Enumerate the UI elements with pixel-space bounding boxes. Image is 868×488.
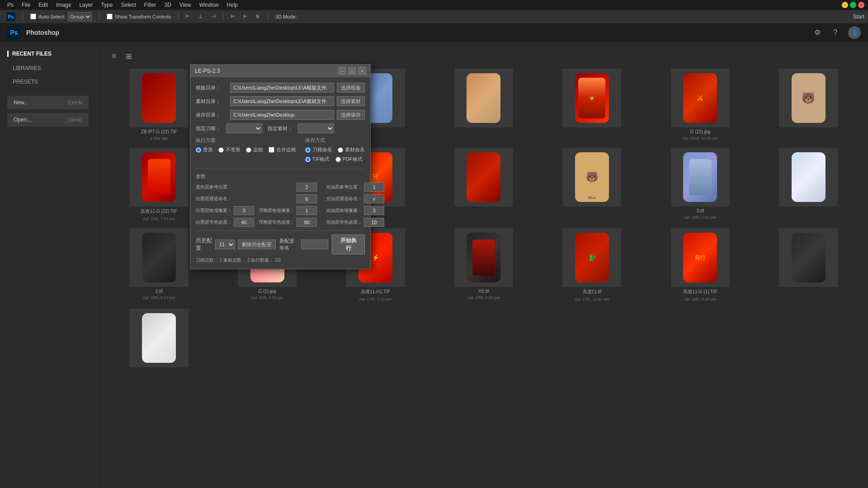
menu-image[interactable]: Image [52,1,75,9]
float-color-input[interactable] [297,218,317,227]
menu-ps[interactable]: Ps [4,1,17,9]
toolbar-align3[interactable]: ⊣ [208,13,218,20]
menu-type[interactable]: Type [97,1,116,9]
grid-view-button[interactable]: ⊞ [123,51,134,61]
toolbar-align1[interactable]: ⊢ [183,13,193,20]
clear-history-button[interactable]: 删除历史配置 [238,239,276,249]
material-dir-row: 素材目录： 选择素材 [196,96,365,106]
list-item[interactable] [758,228,859,301]
dialog-close-button[interactable]: × [359,67,366,75]
sidebar: RECENT FILES LIBRARIES PRESETS New... Ct… [0,42,99,488]
sidebar-libraries[interactable]: LIBRARIES [7,62,92,74]
list-item[interactable]: H1.tif Apr 17th, 2:20 pm [433,228,534,301]
no-morph-radio[interactable]: 不变形 [218,146,241,153]
material-name-radio[interactable]: 素材命名 [338,146,365,153]
ps-header: Ps Photoshop ⚙ ? 👤 [0,23,868,42]
white-shrink-input[interactable] [234,206,254,215]
toolbar-align2[interactable]: ⊥ [196,13,206,20]
list-item[interactable]: 前行 高透11-G (1).TIF Apr 16th, 8:45 pm [650,228,750,301]
dialog: LE-PS-2.3 − □ × 模板目录： 选择模板 素材目录： [190,64,371,269]
blade-count-label: 刀模总数： [196,258,218,263]
float-shrink-input[interactable] [297,206,317,215]
bottom-divider [196,230,365,231]
menu-window[interactable]: Window [196,1,222,9]
list-item[interactable]: 🐻 [758,69,859,141]
show-transform-checkbox[interactable] [107,14,113,19]
list-view-button[interactable]: ≡ [108,51,119,61]
group-select[interactable]: Group [68,12,92,21]
select-material-button[interactable]: 选择素材 [337,96,365,106]
toolbar-dist2[interactable]: ⊩ [241,13,250,20]
save-dir-input[interactable] [230,110,334,120]
dialog-minimize-button[interactable]: − [339,67,346,75]
image-thumbnail [779,228,838,287]
list-item[interactable]: 🐉 高透11.tif Apr 17th, 11:43 am [542,228,642,301]
template-dir-input[interactable] [230,83,334,93]
merge-edge-checkbox[interactable]: 合并边框 [269,146,296,153]
save-method-label: 保存方式 [305,137,365,144]
menu-3d[interactable]: 3D [160,1,175,9]
new-config-input[interactable] [301,239,328,249]
morph-radio[interactable]: 变形 [196,146,213,153]
oil-channel-input[interactable] [364,194,384,203]
toolbar-separator-5 [268,13,268,21]
menu-edit[interactable]: Edit [35,1,52,9]
white-color-input[interactable] [234,218,254,227]
menu-select[interactable]: Select [117,1,139,9]
menu-layer[interactable]: Layer [75,1,96,9]
oil-shrink-input[interactable] [364,206,384,215]
content-area: ≡ ⊞ ZB IP7-G (22).TIF a day ago ZB IP7G-… [99,42,868,488]
image-thumbnail [671,148,730,206]
dialog-maximize-button[interactable]: □ [349,67,356,75]
toolbar-dist3[interactable]: ⊪ [253,13,263,20]
image-name: 高透11.tif [583,289,602,295]
list-item[interactable]: 🦁 [542,69,642,141]
list-item[interactable]: ⚔ G (22).jpg Apr 22nd, 10:35 am [650,69,750,141]
list-item[interactable] [433,69,534,141]
open-button[interactable]: Open... Ctrl+O [7,113,89,127]
oil-ref-input[interactable] [364,183,384,192]
list-item[interactable]: 3.tif Apr 20th, 6:41 pm [650,148,750,221]
phone-case-image: ⚔ [683,73,717,123]
sidebar-presets[interactable]: PRESETS [7,76,92,88]
user-avatar[interactable]: 👤 [848,26,861,39]
start-label: Start [853,14,864,20]
menu-file[interactable]: File [18,1,34,9]
list-item[interactable]: 🐻Bear [542,148,642,221]
menu-filter[interactable]: Filter [141,1,160,9]
pdf-format-radio[interactable]: PDF格式 [335,156,363,163]
menu-help[interactable]: Help [223,1,241,9]
execute-button[interactable]: 开始执行 [332,235,365,254]
maximize-button[interactable]: □ [850,2,856,8]
list-item[interactable] [433,148,534,221]
blade-name-radio[interactable]: 刀模命名 [305,146,332,153]
tif-format-radio[interactable]: TIF格式 [305,156,330,163]
settings-icon[interactable]: ⚙ [812,27,823,38]
specify-material-select[interactable] [298,123,334,133]
base-color-ref-label: 底色层参考位置： [196,184,295,190]
material-count-label: 素材总数： [223,258,246,263]
specify-template-select[interactable] [226,123,262,133]
list-item[interactable] [108,309,209,371]
image-date: Apr 20th, 5:53 pm [251,296,283,300]
close-button[interactable]: × [858,2,864,8]
oil-color-input[interactable] [364,218,384,227]
material-dir-input[interactable] [230,96,334,106]
history-select[interactable]: 11 [215,239,236,249]
toolbar-dist1[interactable]: ⊨ [228,13,238,20]
select-save-button[interactable]: 选择保存 [337,110,365,120]
dialog-titlebar[interactable]: LE-PS-2.3 − □ × [190,65,370,77]
list-item[interactable] [758,148,859,221]
minimize-button[interactable]: − [842,2,848,8]
ps-logo: Ps [7,26,21,39]
menu-view[interactable]: View [176,1,195,9]
toolbar-ps-icon: Ps [4,11,18,22]
auto-select-checkbox[interactable] [30,14,36,19]
edge-radio[interactable]: 边框 [246,146,263,153]
white-channel-input[interactable] [297,194,317,203]
help-icon[interactable]: ? [830,27,841,38]
image-thumbnail: ⚔ [671,69,730,127]
base-color-ref-input[interactable] [297,183,317,192]
new-button[interactable]: New... Ctrl+N [7,96,89,109]
select-template-button[interactable]: 选择模板 [337,83,365,93]
